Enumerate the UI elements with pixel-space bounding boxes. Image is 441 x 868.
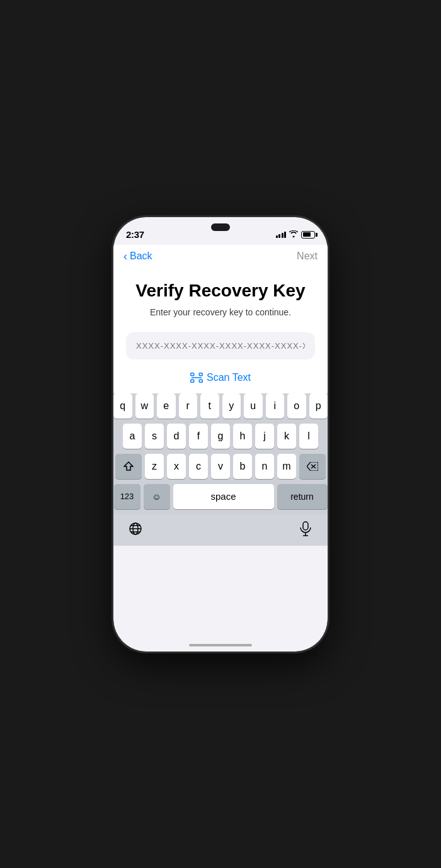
emoji-icon: ☺ <box>152 492 161 502</box>
key-l[interactable]: l <box>299 424 318 449</box>
next-button[interactable]: Next <box>297 251 318 262</box>
return-key[interactable]: return <box>277 484 328 509</box>
signal-bar-4 <box>284 232 286 238</box>
shift-key[interactable] <box>115 454 142 479</box>
key-m[interactable]: m <box>277 454 296 479</box>
notch <box>211 223 230 231</box>
content-area: Verify Recovery Key Enter your recovery … <box>113 268 328 393</box>
key-w[interactable]: w <box>135 393 154 419</box>
scan-text-icon <box>190 373 203 383</box>
screen-content: ‹ Back Next Verify Recovery Key Enter yo… <box>113 245 328 546</box>
key-x[interactable]: x <box>167 454 186 479</box>
keyboard-row-2: a s d f g h j k l <box>113 424 328 449</box>
scan-text-button[interactable]: Scan Text <box>190 372 251 383</box>
key-d[interactable]: d <box>167 424 186 449</box>
key-r[interactable]: r <box>179 393 198 419</box>
page-title: Verify Recovery Key <box>135 281 305 301</box>
key-i[interactable]: i <box>266 393 285 419</box>
keyboard: q w e r t y u i o p a s d f g <box>113 393 328 546</box>
scan-text-label: Scan Text <box>207 372 251 383</box>
globe-icon[interactable] <box>123 517 147 541</box>
status-icons <box>276 230 316 239</box>
numbers-label: 123 <box>120 492 134 501</box>
key-q[interactable]: q <box>113 393 132 419</box>
key-p[interactable]: p <box>309 393 328 419</box>
key-t[interactable]: t <box>200 393 219 419</box>
key-c[interactable]: c <box>189 454 208 479</box>
status-time: 2:37 <box>126 229 144 240</box>
microphone-icon[interactable] <box>294 517 318 541</box>
key-u[interactable]: u <box>244 393 263 419</box>
keyboard-row-1: q w e r t y u i o p <box>113 393 328 419</box>
key-y[interactable]: y <box>222 393 241 419</box>
signal-bar-2 <box>278 234 280 238</box>
signal-bar-3 <box>282 233 284 238</box>
svg-rect-2 <box>191 380 194 382</box>
svg-rect-0 <box>191 373 194 375</box>
numbers-key[interactable]: 123 <box>114 484 140 509</box>
key-h[interactable]: h <box>233 424 252 449</box>
keyboard-bottom-bar <box>113 514 328 546</box>
key-f[interactable]: f <box>189 424 208 449</box>
back-label: Back <box>130 251 152 262</box>
recovery-key-input[interactable] <box>126 332 315 359</box>
svg-rect-1 <box>199 373 202 375</box>
status-bar: 2:37 <box>113 217 328 245</box>
signal-bar-1 <box>276 235 278 238</box>
key-e[interactable]: e <box>157 393 176 419</box>
chevron-left-icon: ‹ <box>123 250 127 263</box>
key-z[interactable]: z <box>145 454 164 479</box>
home-indicator <box>189 644 252 646</box>
key-a[interactable]: a <box>123 424 142 449</box>
wifi-icon <box>289 230 298 239</box>
battery-fill <box>303 232 311 237</box>
key-n[interactable]: n <box>255 454 274 479</box>
svg-rect-12 <box>303 522 308 530</box>
back-button[interactable]: ‹ Back <box>123 250 152 263</box>
keyboard-row-4: 123 ☺ space return <box>113 484 328 509</box>
phone-frame: 2:37 <box>113 217 328 651</box>
battery-icon <box>301 231 315 239</box>
navigation-bar: ‹ Back Next <box>113 245 328 268</box>
delete-key[interactable] <box>299 454 326 479</box>
key-v[interactable]: v <box>211 454 230 479</box>
keyboard-row-3: z x c v b n m <box>113 454 328 479</box>
phone-screen: 2:37 <box>113 217 328 651</box>
space-key[interactable]: space <box>173 484 274 509</box>
page-subtitle: Enter your recovery key to continue. <box>150 307 291 317</box>
key-b[interactable]: b <box>233 454 252 479</box>
key-s[interactable]: s <box>145 424 164 449</box>
space-label: space <box>210 491 236 502</box>
key-o[interactable]: o <box>287 393 306 419</box>
return-label: return <box>290 492 314 502</box>
emoji-key[interactable]: ☺ <box>144 484 170 509</box>
key-j[interactable]: j <box>255 424 274 449</box>
key-g[interactable]: g <box>211 424 230 449</box>
key-k[interactable]: k <box>277 424 296 449</box>
signal-icon <box>276 232 287 238</box>
svg-rect-3 <box>199 380 202 382</box>
